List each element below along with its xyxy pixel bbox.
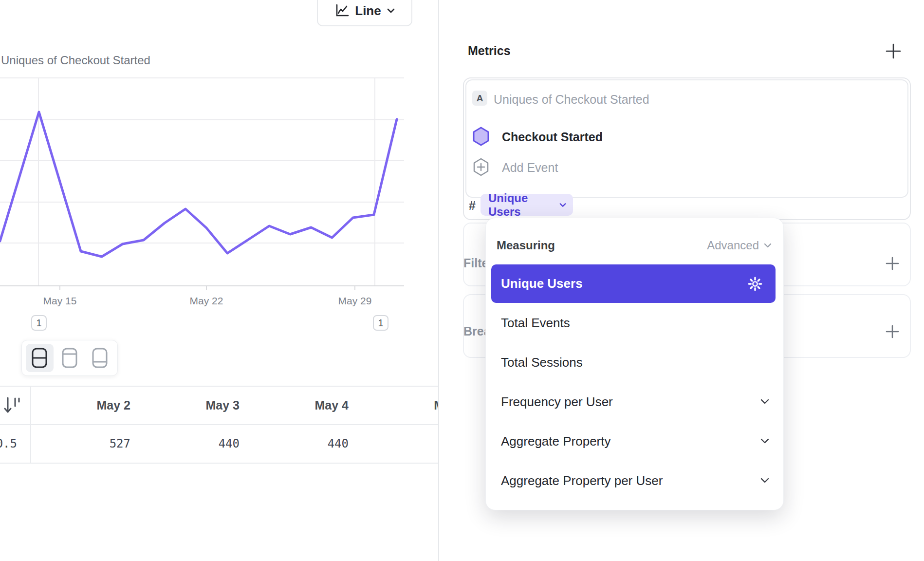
table-header-cell[interactable]: May 4	[251, 398, 349, 412]
chart-title: Uniques of Checkout Started	[1, 54, 150, 67]
sort-descending-icon[interactable]	[3, 395, 21, 415]
chevron-down-icon	[760, 478, 770, 484]
table-header-cell[interactable]: May 3	[142, 398, 240, 412]
dropdown-item-total-sessions[interactable]: Total Sessions	[491, 343, 776, 381]
chart-type-label: Line	[355, 3, 381, 19]
metric-card-title: Uniques of Checkout Started	[494, 93, 649, 107]
gear-icon[interactable]	[747, 276, 763, 292]
x-axis-label: May 22	[177, 295, 236, 307]
metric-letter-badge: A	[472, 91, 487, 106]
measuring-dropdown: Measuring Advanced Unique Users Total Ev…	[485, 218, 784, 510]
table-cell: 440	[142, 437, 240, 450]
dropdown-item-frequency-per-user[interactable]: Frequency per User	[491, 383, 776, 421]
chevron-down-icon	[387, 8, 395, 13]
table-header-divider	[0, 424, 438, 425]
event-hexagon-icon	[473, 127, 489, 146]
dropdown-item-unique-users[interactable]: Unique Users	[491, 264, 776, 303]
chart-type-button[interactable]: Line	[317, 0, 412, 26]
table-cell: 440	[251, 437, 349, 450]
add-event-icon	[473, 157, 489, 177]
dropdown-item-total-events[interactable]: Total Events	[491, 304, 776, 342]
dropdown-header: Measuring	[497, 239, 555, 252]
table-row-label: 0.5	[0, 437, 17, 450]
layout-toggle-group	[21, 340, 118, 376]
table-only-view-icon	[92, 347, 108, 369]
add-filter-button[interactable]	[885, 256, 900, 271]
table-cell: 527	[33, 437, 130, 450]
panel-divider	[438, 0, 439, 561]
annotation-badge[interactable]: 1	[373, 315, 388, 331]
chevron-down-icon	[760, 438, 770, 444]
table-row-border	[0, 463, 438, 464]
metrics-heading: Metrics	[468, 44, 511, 58]
split-view-icon	[31, 347, 48, 369]
measurement-chip-label: Unique Users	[488, 191, 554, 219]
table-top-border	[0, 386, 438, 387]
chart-only-view-icon	[61, 347, 78, 369]
add-breakdown-button[interactable]	[885, 324, 900, 339]
table-header-cell[interactable]: May 2	[33, 398, 130, 412]
add-metric-button[interactable]	[885, 43, 902, 59]
measurement-chip[interactable]: Unique Users	[480, 194, 573, 216]
dropdown-item-aggregate-property[interactable]: Aggregate Property	[491, 422, 776, 460]
event-row[interactable]: Checkout Started	[502, 130, 603, 144]
chevron-down-icon	[760, 399, 770, 405]
dropdown-item-aggregate-property-per-user[interactable]: Aggregate Property per User	[491, 462, 776, 500]
split-view-button[interactable]	[26, 344, 54, 372]
mode-selector[interactable]: Advanced	[707, 239, 772, 252]
mode-selector-label: Advanced	[707, 239, 759, 252]
add-event-button[interactable]: Add Event	[502, 161, 558, 175]
table-only-view-button[interactable]	[86, 344, 113, 372]
chevron-down-icon	[559, 203, 566, 207]
line-chart[interactable]	[0, 76, 404, 293]
line-chart-icon	[334, 3, 349, 18]
table-column-divider	[30, 386, 31, 464]
x-axis-label: May 29	[326, 295, 384, 307]
chevron-down-icon	[764, 243, 772, 248]
x-axis-label: May 15	[31, 295, 89, 307]
annotation-badge[interactable]: 1	[31, 315, 47, 331]
analytics-app: Line Uniques of Checkout Started May 15 …	[0, 0, 924, 561]
chart-only-view-button[interactable]	[56, 344, 84, 372]
count-prefix: #	[469, 199, 476, 213]
